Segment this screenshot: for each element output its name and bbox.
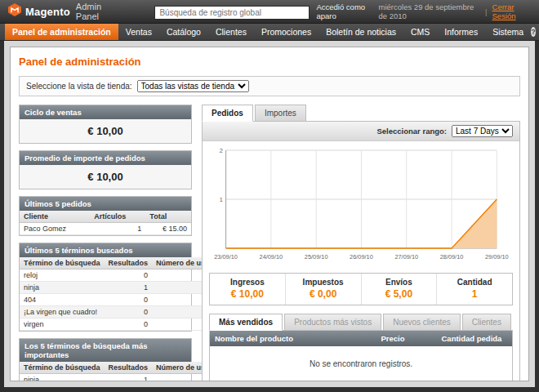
nav-item-dashboard[interactable]: Panel de administración [5,24,118,40]
content-area: Panel de administración Seleccione la vi… [4,41,535,387]
sales-cycle-box: Ciclo de ventas € 10,00 [19,105,192,144]
chart-tabs: Pedidos Importes [202,105,520,122]
range-label: Seleccionar rango: [376,127,447,136]
ytick-2: 2 [220,147,223,154]
table-row[interactable]: 404 0 1 [20,294,218,306]
header-cell: Cliente [20,211,90,223]
header-cell: Cantidad pedida [437,331,513,346]
magento-logo-icon [8,3,21,20]
magento-logo[interactable]: Magento Admin Panel [8,2,105,21]
sales-cycle-title: Ciclo de ventas [20,105,191,119]
nav-item-customers[interactable]: Clientes [208,24,254,40]
help-link[interactable]: ? Obtener ayuda para esta página [531,24,539,40]
cell-term: reloj [20,270,105,282]
table-header-row: Término de búsqueda Resultados Número de… [20,257,218,270]
header-cell: Nombre del producto [210,331,376,346]
stat-label: Envíos [363,278,435,287]
stat-quantity: Cantidad 1 [436,274,512,305]
xtick: 24/09/10 [260,253,283,261]
table-row[interactable]: Paco Gomez 1 € 15.00 [20,223,191,235]
logo-text: Magento [25,6,70,18]
nav-item-promotions[interactable]: Promociones [254,24,318,40]
cell-results: 0 [105,270,153,282]
cell-results: 1 [105,282,153,294]
tab-amounts[interactable]: Importes [255,105,306,122]
cell-results: 0 [105,294,153,306]
range-bar: Seleccionar rango: Last 7 Days [203,122,519,141]
cell-term: 404 [20,294,105,306]
orders-chart-svg: 2 1 23/09/10 24/09/10 25/09/10 26/09/10 … [212,145,510,268]
xtick: 29/09/10 [485,253,509,261]
nav-item-cms[interactable]: CMS [403,24,437,40]
nav-item-sales[interactable]: Ventas [118,24,159,40]
global-search-input[interactable] [154,6,310,20]
header-cell: Artículos [90,211,145,223]
tab-orders[interactable]: Pedidos [202,105,253,122]
range-select[interactable]: Last 7 Days [452,125,513,137]
table-row[interactable]: ninja 1 10 [20,282,218,294]
help-icon: ? [531,27,536,37]
table-row[interactable]: reloj 0 2 [20,270,218,282]
nav-item-system[interactable]: Sistema [485,24,531,40]
orders-chart: 2 1 23/09/10 24/09/10 25/09/10 26/09/10 … [203,141,519,268]
products-tabs: Más vendidos Productos más vistos Nuevos… [209,314,513,331]
dashboard-grid: Ciclo de ventas € 10,00 Promedio de impo… [19,105,520,381]
main-nav: Panel de administración Ventas Catálogo … [0,24,539,41]
empty-message: No se encontraron registros. [210,346,512,381]
nav-item-catalog[interactable]: Catálogo [159,24,208,40]
stat-value: 1 [439,288,510,300]
tab-most-viewed[interactable]: Productos más vistos [284,314,381,331]
cell-total: € 15.00 [145,223,191,235]
cell-results: 0 [105,318,153,331]
dashboard-panel: Panel de administración Seleccione la vi… [10,47,529,381]
cell-term: ninja [20,282,105,294]
store-view-label: Seleccione la vista de tienda: [26,82,132,91]
last-search-terms-title: Últimos 5 términos buscados [20,243,191,257]
cell-term: ninja [20,374,105,382]
nav-item-reports[interactable]: Informes [437,24,485,40]
cell-items: 1 [90,223,145,235]
last-search-terms-table: Término de búsqueda Resultados Número de… [20,257,218,331]
table-header-row: Término de búsqueda Resultados Número de… [20,362,218,374]
avg-order-box: Promedio de importe de pedidos € 10,00 [19,150,192,189]
stat-revenue: Ingresos € 10,00 [210,274,285,305]
cell-term: ¡La virgen que cuadro! [20,306,105,318]
xtick: 23/09/10 [214,253,238,261]
stat-label: Cantidad [439,278,510,287]
stat-value: € 10,00 [212,288,283,300]
products-grid: Nombre del producto Precio Cantidad pedi… [210,331,512,381]
empty-row: No se encontraron registros. [210,346,512,381]
table-row[interactable]: ¡La virgen que cuadro! 0 2 [20,306,218,318]
table-row[interactable]: ninja 1 10 [20,374,218,382]
xtick: 25/09/10 [305,253,328,261]
last-search-terms-box: Últimos 5 términos buscados Término de b… [19,243,192,332]
nav-item-newsletter[interactable]: Boletín de noticias [318,24,403,40]
xtick: 26/09/10 [350,253,373,261]
cell-term: virgen [20,318,105,331]
store-view-select[interactable]: Todas las vistas de tienda [137,80,249,92]
avg-order-value: € 10,00 [20,165,191,189]
cell-results: 0 [105,306,153,318]
logged-in-as: Accedió como aparo [316,2,373,20]
logo-subtitle: Admin Panel [76,2,106,21]
stat-label: Ingresos [212,278,283,287]
top-search-terms-box: Los 5 términos de búsqueda más important… [19,338,192,381]
header-user-area: Accedió como aparo miércoles 29 de septi… [316,2,531,20]
stat-shipping: Envíos € 5,00 [361,274,437,305]
last-orders-table: Cliente Artículos Total Paco Gomez 1 € 1… [20,211,191,235]
stat-tax: Impuestos € 0,00 [285,274,361,305]
table-row[interactable]: virgen 0 1 [20,318,218,331]
header-cell: Resultados [105,362,153,374]
header-date: miércoles 29 de septiembre de 2010 [379,2,481,20]
top-search-terms-title: Los 5 términos de búsqueda más important… [20,339,191,362]
tab-new-customers[interactable]: Nuevos clientes [383,314,461,331]
store-view-bar: Seleccione la vista de tienda: Todas las… [19,76,520,96]
dashboard-left-column: Ciclo de ventas € 10,00 Promedio de impo… [19,105,192,381]
stat-label: Impuestos [287,278,359,287]
logout-link[interactable]: Cerrar Sesión [492,2,531,20]
last-orders-title: Últimos 5 pedidos [20,197,191,211]
header-cell: Precio [376,331,437,346]
tab-bestsellers[interactable]: Más vendidos [209,314,283,331]
tab-customers[interactable]: Clientes [462,314,511,331]
totals-bar: Ingresos € 10,00 Impuestos € 0,00 Envíos… [209,273,513,305]
